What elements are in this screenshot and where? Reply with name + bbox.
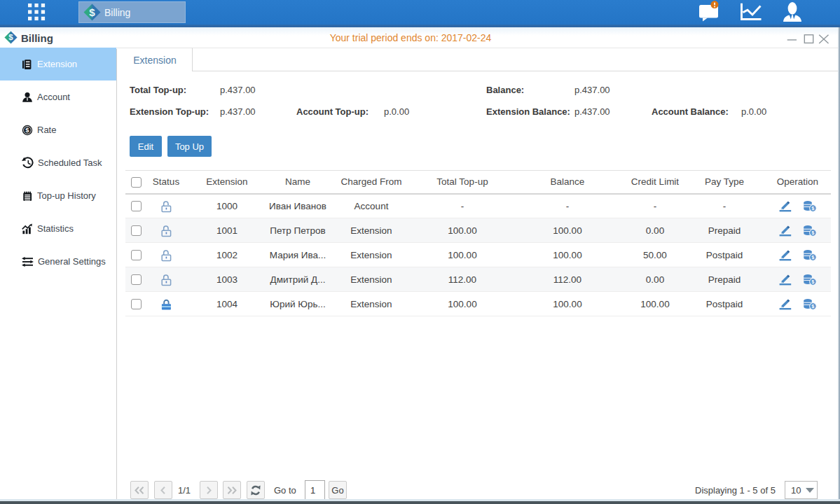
- svg-text:$: $: [89, 6, 95, 18]
- svg-text:$: $: [25, 126, 29, 134]
